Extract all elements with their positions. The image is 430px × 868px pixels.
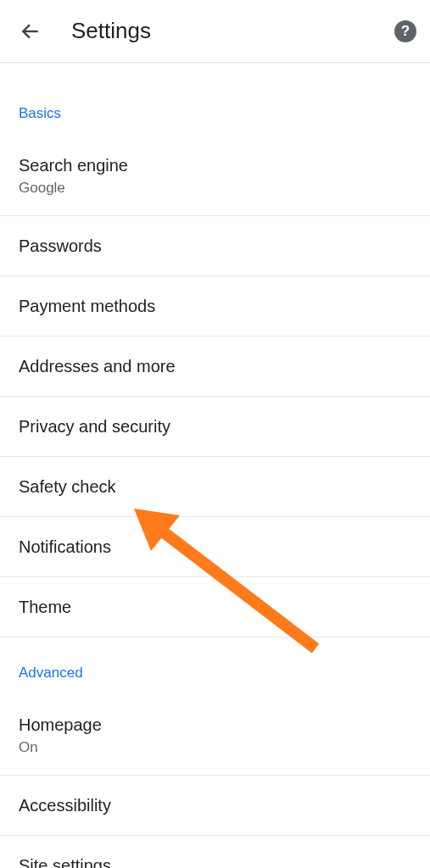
settings-item-privacy-security[interactable]: Privacy and security bbox=[0, 397, 430, 457]
item-title: Addresses and more bbox=[19, 355, 411, 377]
item-title: Site settings bbox=[19, 854, 411, 868]
basics-list: Search engine Google Passwords Payment m… bbox=[0, 136, 430, 637]
item-title: Payment methods bbox=[19, 295, 411, 317]
settings-item-accessibility[interactable]: Accessibility bbox=[0, 776, 430, 836]
item-title: Homepage bbox=[19, 714, 411, 736]
settings-item-search-engine[interactable]: Search engine Google bbox=[0, 136, 430, 216]
back-button[interactable] bbox=[14, 14, 47, 48]
item-title: Notifications bbox=[19, 536, 411, 558]
settings-item-theme[interactable]: Theme bbox=[0, 577, 430, 637]
help-icon: ? bbox=[401, 23, 410, 40]
item-subtitle: On bbox=[19, 739, 411, 756]
item-subtitle: Google bbox=[19, 180, 411, 197]
section-basics-header: Basics bbox=[0, 63, 430, 136]
item-title: Safety check bbox=[19, 476, 411, 498]
item-title: Passwords bbox=[19, 235, 411, 257]
item-title: Theme bbox=[19, 596, 411, 618]
help-button[interactable]: ? bbox=[394, 20, 416, 42]
item-title: Accessibility bbox=[19, 794, 411, 816]
advanced-list: Homepage On Accessibility Site settings bbox=[0, 695, 430, 868]
settings-item-site-settings[interactable]: Site settings bbox=[0, 836, 430, 868]
settings-item-addresses[interactable]: Addresses and more bbox=[0, 337, 430, 397]
settings-item-payment-methods[interactable]: Payment methods bbox=[0, 276, 430, 337]
item-title: Privacy and security bbox=[19, 415, 411, 437]
settings-item-passwords[interactable]: Passwords bbox=[0, 216, 430, 276]
settings-item-homepage[interactable]: Homepage On bbox=[0, 695, 430, 776]
settings-item-notifications[interactable]: Notifications bbox=[0, 517, 430, 577]
item-title: Search engine bbox=[19, 154, 411, 176]
settings-item-safety-check[interactable]: Safety check bbox=[0, 457, 430, 517]
page-title: Settings bbox=[71, 18, 394, 44]
back-arrow-icon bbox=[20, 20, 42, 42]
app-header: Settings ? bbox=[0, 0, 430, 63]
section-advanced-header: Advanced bbox=[0, 637, 430, 695]
